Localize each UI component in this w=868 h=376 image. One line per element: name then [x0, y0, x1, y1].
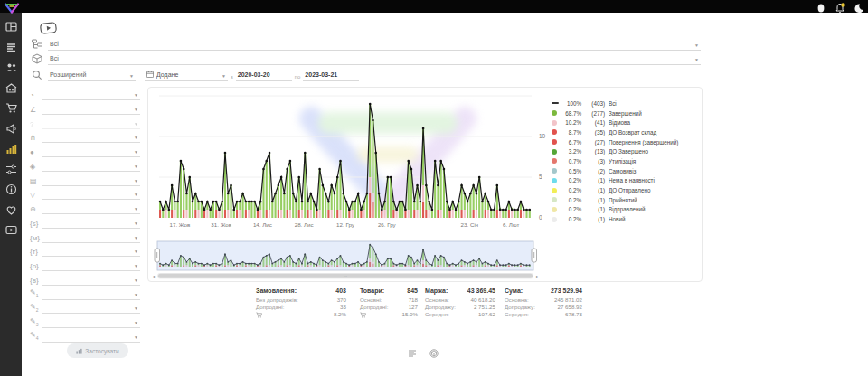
date-from-input[interactable]: 2020-03-20	[236, 70, 292, 81]
filter-payment-icon: ▤	[30, 177, 42, 186]
legend-percent: 0.2%	[560, 177, 581, 183]
filter-tag-select[interactable]: ▼	[42, 146, 140, 157]
filter-funnel-select[interactable]: ▼	[42, 189, 140, 200]
app-logo-icon[interactable]	[4, 1, 20, 12]
filter-token-o-row: {о}▼	[30, 258, 140, 271]
filter-product-select[interactable]: ▼	[42, 161, 140, 172]
stat-subrow: Допродажу:27 658.92	[505, 304, 582, 311]
filter-custom-4-select[interactable]: ▼	[42, 332, 140, 343]
stat-subrow: Без допродажів:370	[256, 296, 346, 304]
stat-subrow: Допродажу:2 751.25	[425, 304, 495, 311]
legend-percent: 68.7%	[560, 110, 581, 117]
filter-source-select[interactable]: ▼	[42, 104, 140, 115]
chevron-down-icon: ▼	[694, 43, 699, 48]
search-mode-select[interactable]: Розширений ▼	[48, 70, 136, 81]
sidebar-item-integrations[interactable]	[5, 164, 17, 175]
legend-item[interactable]: 0.5%(2)Самовивіз	[552, 166, 700, 176]
legend-item[interactable]: 8.7%(35)ДО Возврат склад	[552, 127, 700, 137]
filter-structure-select[interactable]: ▼	[42, 132, 140, 143]
user-avatar-icon[interactable]	[816, 1, 826, 12]
filter-token-m-row: {м}▼	[30, 230, 140, 243]
legend-label: Відправлений	[609, 206, 646, 212]
stat-subrow: Основна:40 618.20	[425, 296, 495, 304]
chevron-down-icon: ▼	[134, 236, 138, 240]
legend-item[interactable]: 0.2%(1)ДО Отправлено	[552, 185, 700, 195]
legend-item[interactable]: 10.2%(41)Відмова	[552, 118, 700, 127]
filter-custom-1-select[interactable]: ▼	[42, 289, 140, 300]
notifications-bell-icon[interactable]	[835, 1, 845, 12]
chevron-down-icon: ▼	[134, 136, 138, 140]
sidebar-item-partners[interactable]	[5, 204, 17, 216]
filter-custom-1-icon: ✎1	[30, 288, 42, 300]
filter-help-icon: ?	[30, 120, 42, 129]
list-view-icon[interactable]	[408, 349, 417, 358]
filter-token-v-icon: {в}	[30, 277, 42, 286]
filter-status-icon: ◔	[30, 91, 42, 100]
filter-token-o-select[interactable]: ▼	[42, 260, 140, 271]
filter-product-row: ◈▼	[30, 159, 140, 172]
navigator-selection	[157, 241, 533, 270]
sidebar-item-orders[interactable]	[5, 42, 17, 53]
video-hint-icon[interactable]	[39, 21, 57, 35]
svg-text:14. Лис: 14. Лис	[253, 221, 272, 228]
sidebar-item-analytics[interactable]	[5, 143, 17, 155]
topbar-actions	[816, 0, 864, 13]
svg-text:5: 5	[539, 174, 542, 180]
legend-dot-swatch	[552, 120, 560, 126]
chevron-down-icon: ▼	[222, 74, 226, 79]
filter-token-v-select[interactable]: ▼	[42, 275, 140, 286]
date-field-select[interactable]: Додане ▼	[145, 70, 228, 81]
category-select[interactable]: Всі ▼	[48, 39, 701, 51]
stat-subrow: 8.2%	[256, 311, 346, 318]
date-to-input[interactable]: 2023-03-21	[303, 70, 359, 81]
legend-count: (1)	[581, 197, 605, 203]
sidebar-item-marketing[interactable]	[5, 123, 17, 135]
filter-structure-icon: ⋔	[30, 134, 42, 143]
legend-item[interactable]: 68.7%(277)Завершений	[552, 108, 700, 118]
legend-percent: 0.5%	[560, 168, 581, 174]
legend-item[interactable]: 0.2%(1)Відправлений	[552, 205, 700, 215]
legend-dot-swatch	[552, 207, 560, 212]
legend-dot-swatch	[552, 217, 560, 222]
legend-item[interactable]: 3.2%(13)ДО Завершено	[552, 146, 700, 156]
product-select[interactable]: Всі ▼	[48, 53, 701, 65]
filter-token-t-select[interactable]: ▼	[42, 246, 140, 257]
sidebar-item-purchases[interactable]	[5, 102, 17, 114]
filter-custom-2-icon: ✎2	[30, 303, 42, 315]
svg-text:▸: ▸	[536, 274, 539, 279]
stat-column: Маржа:43 369.45Основна:40 618.20Допродаж…	[425, 287, 495, 319]
legend-count: (1)	[581, 177, 605, 183]
theme-moon-icon[interactable]	[854, 1, 864, 12]
legend-dot-swatch	[552, 158, 560, 164]
legend-dot-swatch	[552, 197, 560, 202]
legend-label: Новий	[609, 216, 625, 222]
sidebar-item-warehouse[interactable]	[5, 82, 17, 94]
chevron-down-icon: ▼	[134, 321, 138, 325]
legend-item[interactable]: 6.7%(27)Повернення (завершений)	[552, 137, 700, 147]
filter-payment-row: ▤▼	[30, 174, 140, 186]
legend-item[interactable]: 0.2%(1)Новий	[552, 214, 700, 224]
filter-website-select[interactable]: ▼	[42, 203, 140, 214]
sidebar-item-dashboard[interactable]	[5, 21, 17, 33]
filter-custom-3-select[interactable]: ▼	[42, 317, 140, 328]
sidebar-item-clients[interactable]	[5, 61, 17, 73]
legend-item[interactable]: 0.2%(1)Нема в наявності	[552, 176, 700, 186]
filter-help-select[interactable]: ▼	[42, 118, 140, 129]
legend-item[interactable]: 0.2%(1)Прийнятий	[552, 195, 700, 205]
product-view-icon[interactable]	[429, 349, 439, 358]
apply-button[interactable]: Застосувати	[67, 343, 128, 358]
legend-percent: 0.2%	[560, 206, 581, 212]
sidebar-item-video-lessons[interactable]	[5, 224, 17, 236]
legend-item[interactable]: 100%(403)Всі	[552, 99, 700, 108]
filter-funnel-icon: ▽	[30, 191, 42, 200]
stat-subrow: Середня:107.62	[425, 311, 495, 318]
filter-token-m-select[interactable]: ▼	[42, 232, 140, 243]
filter-status-select[interactable]: ▼	[42, 89, 140, 100]
legend-item[interactable]: 0.7%(3)Утилізація	[552, 156, 700, 166]
legend-dot-swatch	[552, 110, 560, 116]
filter-payment-select[interactable]: ▼	[42, 175, 140, 186]
sidebar-item-info[interactable]	[5, 183, 17, 195]
filter-custom-2-select[interactable]: ▼	[42, 303, 140, 314]
filter-token-s-select[interactable]: ▼	[42, 218, 140, 229]
legend-percent: 6.7%	[560, 139, 581, 146]
